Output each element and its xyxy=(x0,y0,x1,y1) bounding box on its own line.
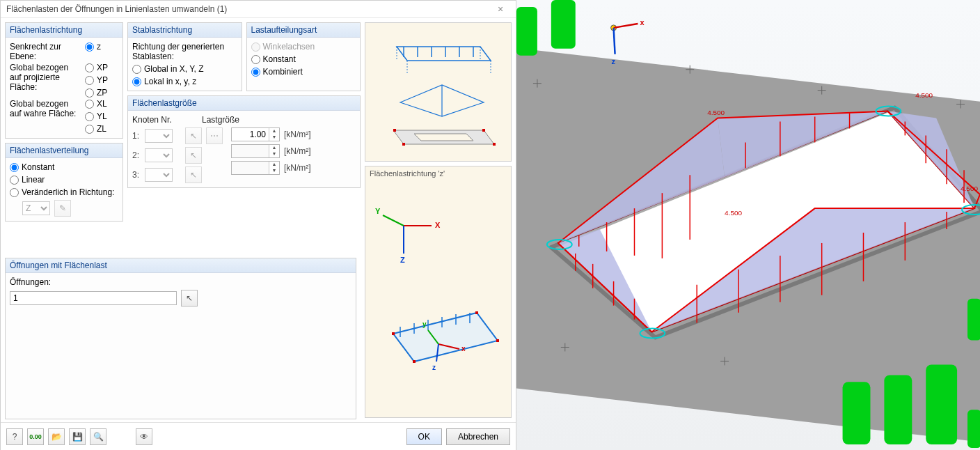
radio-variable[interactable]: Veränderlich in Richtung: xyxy=(10,187,118,197)
radio-kombiniert[interactable]: Kombiniert xyxy=(251,67,356,77)
model-viewport[interactable]: 4.500 4.500 4.500 4.500 xyxy=(516,0,980,450)
load-value: 4.500 xyxy=(725,209,742,217)
svg-line-77 xyxy=(614,28,615,54)
svg-rect-24 xyxy=(496,339,499,342)
radio-konstant2[interactable]: Konstant xyxy=(251,54,356,64)
radio-zp[interactable]: ZP xyxy=(85,88,118,98)
radio-global-xyz[interactable]: Global in X, Y, Z xyxy=(132,64,237,74)
label: Senkrecht zur Ebene: xyxy=(10,42,82,61)
node3-select[interactable] xyxy=(145,168,173,182)
row-label: 2: xyxy=(132,150,142,160)
node2-select[interactable] xyxy=(145,148,173,162)
label: Global bezogen auf wahre Fläche: xyxy=(10,99,82,118)
load-conversion-dialog: Flächenlasten der Öffnungen in Linienlas… xyxy=(0,0,516,450)
load2-spinner[interactable]: ▲▼ xyxy=(231,144,280,158)
column-header: Knoten Nr. xyxy=(132,115,202,125)
svg-text:y: y xyxy=(422,320,427,328)
svg-rect-69 xyxy=(551,0,576,49)
preview-lastaufteilung xyxy=(365,22,512,162)
axis-select[interactable]: Z xyxy=(22,201,50,215)
ok-button[interactable]: OK xyxy=(406,428,442,445)
load-value: 4.500 xyxy=(707,109,725,116)
group-stablastrichtung: Stablastrichtung Richtung der generierte… xyxy=(127,22,242,91)
label: Global bezogen auf projizierte Fläche: xyxy=(10,63,82,92)
svg-text:x: x xyxy=(461,345,466,352)
group-title: Stablastrichtung xyxy=(128,23,242,38)
dialog-title: Flächenlasten der Öffnungen in Linienlas… xyxy=(6,4,227,14)
pick-node-icon: ↖ xyxy=(185,147,202,164)
row-label: 3: xyxy=(132,170,142,180)
group-title: Öffnungen mit Flächenlast xyxy=(6,258,356,273)
group-title: Flächenlastgröße xyxy=(128,96,360,111)
help-icon[interactable]: ? xyxy=(6,428,23,445)
unit-label: [kN/m²] xyxy=(284,163,319,173)
radio-lokal-xyz[interactable]: Lokal in x, y, z xyxy=(132,77,237,86)
pick-nodes-icon: ⋯ xyxy=(206,127,223,144)
dialog-titlebar: Flächenlasten der Öffnungen in Linienlas… xyxy=(1,1,516,18)
preview-flaechenlastrichtung: Flächenlastrichtung 'z' X Y Z xyxy=(365,166,512,418)
zoom-icon[interactable]: 🔍 xyxy=(90,428,106,445)
load3-spinner[interactable]: ▲▼ xyxy=(231,161,280,175)
radio-zl[interactable]: ZL xyxy=(85,124,118,134)
svg-line-76 xyxy=(614,24,638,28)
label: Richtung der generierten Stablasten: xyxy=(132,42,237,61)
dialog-footer: ? 0.00 📂 💾 🔍 👁 OK Abbrechen xyxy=(1,422,516,450)
svg-rect-8 xyxy=(493,143,496,146)
folder-icon[interactable]: 📂 xyxy=(48,428,65,445)
load1-spinner[interactable]: ▲▼ xyxy=(231,127,280,141)
column-header: Lastgröße xyxy=(202,115,264,125)
svg-rect-22 xyxy=(392,332,395,335)
svg-text:z: z xyxy=(432,364,436,371)
svg-rect-7 xyxy=(482,129,485,132)
svg-rect-25 xyxy=(413,360,416,363)
group-title: Lastaufteilungsart xyxy=(247,23,361,38)
radio-xl[interactable]: XL xyxy=(85,99,118,109)
row-label: 1: xyxy=(132,131,142,141)
pick-node-icon: ↖ xyxy=(185,166,202,183)
node1-select[interactable] xyxy=(145,129,173,143)
axis-label: x xyxy=(640,18,645,26)
load-value: 4.500 xyxy=(915,91,933,99)
radio-konstant[interactable]: Konstant xyxy=(10,162,118,172)
units-icon[interactable]: 0.00 xyxy=(27,428,44,445)
group-flaechenlastgroesse: Flächenlastgröße Knoten Nr. Lastgröße 1: xyxy=(127,95,361,188)
save-icon[interactable]: 💾 xyxy=(69,428,86,445)
group-title: Flächenlastverteilung xyxy=(6,143,122,158)
unit-label: [kN/m²] xyxy=(284,130,319,139)
radio-yl[interactable]: YL xyxy=(85,111,118,121)
label: Öffnungen: xyxy=(10,277,351,287)
svg-rect-71 xyxy=(884,375,912,444)
svg-text:Z: Z xyxy=(400,256,405,264)
axis-label: z xyxy=(612,57,616,65)
svg-rect-23 xyxy=(475,311,478,314)
svg-rect-68 xyxy=(516,7,537,56)
group-title: Flächenlastrichtung xyxy=(6,23,122,38)
svg-text:X: X xyxy=(435,221,441,229)
radio-z[interactable]: z xyxy=(85,42,118,52)
svg-rect-72 xyxy=(926,364,957,444)
cancel-button[interactable]: Abbrechen xyxy=(446,428,510,445)
svg-text:Y: Y xyxy=(375,207,381,215)
svg-rect-70 xyxy=(843,382,871,444)
radio-xp[interactable]: XP xyxy=(85,63,118,72)
svg-rect-9 xyxy=(402,143,405,146)
eye-icon[interactable]: 👁 xyxy=(136,428,152,445)
preview-caption: Flächenlastrichtung 'z' xyxy=(370,169,445,178)
group-flaechenlastrichtung: Flächenlastrichtung Senkrecht zur Ebene:… xyxy=(5,22,123,139)
radio-linear[interactable]: Linear xyxy=(10,175,118,185)
pick-openings-icon[interactable]: ↖ xyxy=(181,290,198,307)
load-value: 4.500 xyxy=(961,185,978,192)
close-icon[interactable]: × xyxy=(491,3,510,15)
radio-winkelachsen: Winkelachsen xyxy=(251,42,356,52)
svg-line-12 xyxy=(383,215,404,226)
pick-node-icon: ↖ xyxy=(185,127,202,144)
unit-label: [kN/m²] xyxy=(284,146,319,156)
radio-yp[interactable]: YP xyxy=(85,75,118,85)
openings-input[interactable] xyxy=(10,291,177,305)
group-flaechenlastverteilung: Flächenlastverteilung Konstant Linear Ve… xyxy=(5,143,123,222)
group-oeffnungen: Öffnungen mit Flächenlast Öffnungen: ↖ xyxy=(5,258,356,419)
svg-rect-74 xyxy=(967,299,980,341)
pick-icon: ✎ xyxy=(54,200,71,217)
svg-rect-73 xyxy=(967,410,980,448)
svg-rect-6 xyxy=(393,129,396,132)
